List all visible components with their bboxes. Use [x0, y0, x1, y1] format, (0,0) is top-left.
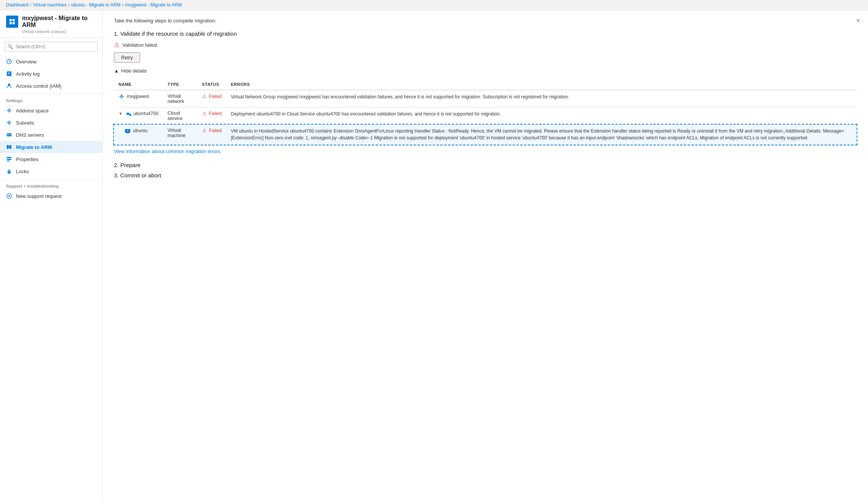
resource-title: mxyjpwest - Migrate to ARM	[6, 15, 96, 28]
status-failed-2: ⚠ Failed	[202, 111, 222, 116]
sidebar: mxyjpwest - Migrate to ARM Virtual netwo…	[0, 10, 103, 503]
search-icon: 🔍	[8, 44, 13, 49]
hide-details-chevron: ▲	[114, 68, 119, 74]
resource-icon	[6, 16, 18, 28]
cloud-icon	[125, 111, 131, 117]
svg-point-12	[8, 122, 10, 124]
breadcrumb: Dashboard › Virtual machines › ubuntu - …	[0, 0, 868, 10]
svg-rect-7	[7, 71, 11, 76]
activity-log-icon	[6, 71, 12, 77]
migrate-icon	[6, 144, 12, 150]
sidebar-item-iam[interactable]: Access control (IAM)	[0, 80, 102, 92]
svg-rect-1	[13, 19, 15, 21]
expand-arrow[interactable]: ▼	[119, 111, 123, 116]
sidebar-item-dns[interactable]: DNS servers	[0, 129, 102, 141]
migration-table: NAME TYPE STATUS ERRORS mxy	[114, 79, 857, 145]
sidebar-item-iam-label: Access control (IAM)	[16, 83, 62, 89]
svg-point-22	[9, 172, 9, 173]
sidebar-item-locks-label: Locks	[16, 169, 29, 174]
search-container: 🔍	[5, 42, 98, 52]
sidebar-header: mxyjpwest - Migrate to ARM Virtual netwo…	[0, 10, 102, 38]
status-failed-3: ⚠ Failed	[202, 128, 222, 133]
validation-failed-text: Validation failed.	[122, 42, 158, 48]
sidebar-item-migrate-label: Migrate to ARM	[16, 144, 52, 150]
search-input[interactable]	[5, 42, 98, 52]
locks-icon	[6, 168, 12, 174]
retry-button[interactable]: Retry	[114, 52, 140, 63]
status-error-icon-1: ⚠	[202, 93, 207, 99]
sidebar-item-support-label: New support request	[16, 193, 62, 199]
breadcrumb-dashboard[interactable]: Dashboard	[6, 2, 28, 8]
step2-title: 2. Prepare	[114, 162, 857, 168]
svg-rect-19	[7, 159, 11, 160]
step3-title: 3. Commit or abort	[114, 172, 857, 179]
properties-icon	[6, 156, 12, 162]
col-status: STATUS	[198, 79, 226, 90]
sidebar-item-subnets[interactable]: Subnets	[0, 117, 102, 129]
settings-section-header: Settings	[0, 93, 102, 104]
svg-rect-17	[9, 145, 11, 149]
sidebar-item-locks[interactable]: Locks	[0, 165, 102, 177]
main-content: × Take the following steps to complete m…	[103, 10, 868, 503]
svg-point-24	[8, 195, 10, 197]
vnet-icon	[119, 93, 125, 100]
svg-line-6	[9, 62, 10, 62]
col-type: TYPE	[163, 79, 198, 90]
validation-status: ⚠ Validation failed.	[114, 41, 857, 49]
subnets-icon	[6, 120, 12, 126]
sidebar-item-overview[interactable]: Overview	[0, 55, 102, 68]
view-migration-errors-link[interactable]: View information about common migration …	[114, 149, 220, 154]
svg-point-25	[121, 96, 123, 98]
sidebar-item-activity-log-label: Activity log	[16, 71, 40, 77]
svg-point-11	[8, 110, 10, 112]
close-button[interactable]: ×	[856, 16, 860, 25]
sidebar-item-migrate[interactable]: Migrate to ARM	[0, 141, 102, 153]
sidebar-item-dns-label: DNS servers	[16, 132, 44, 138]
name-cell-ubuntu: ubuntu	[125, 128, 158, 134]
dns-icon	[6, 132, 12, 138]
status-failed-1: ⚠ Failed	[202, 93, 222, 99]
intro-text: Take the following steps to complete mig…	[114, 18, 857, 24]
sidebar-item-address-space-label: Address space	[16, 108, 49, 114]
breadcrumb-current[interactable]: mxyjpwest - Migrate to ARM	[125, 2, 182, 8]
sidebar-item-address-space[interactable]: Address space	[0, 104, 102, 117]
validation-error-icon: ⚠	[114, 41, 119, 49]
col-errors: ERRORS	[226, 79, 857, 90]
address-space-icon	[6, 107, 12, 114]
status-error-icon-3: ⚠	[202, 128, 207, 133]
hide-details-label: Hide details	[121, 68, 147, 74]
breadcrumb-ubuntu-migrate[interactable]: ubuntu - Migrate to ARM	[71, 2, 120, 8]
iam-icon	[6, 83, 12, 89]
sidebar-item-support[interactable]: New support request	[0, 190, 102, 202]
svg-rect-16	[7, 145, 9, 149]
name-cell-mxyjpwest: mxyjpwest	[119, 93, 158, 100]
support-section-header: Support + troubleshooting	[0, 179, 102, 190]
step1-title: 1. Validate if the resource is capable o…	[114, 30, 857, 37]
resource-subtitle: Virtual network (classic)	[22, 29, 96, 34]
sidebar-item-properties[interactable]: Properties	[0, 153, 102, 165]
breadcrumb-virtual-machines[interactable]: Virtual machines	[33, 2, 67, 8]
svg-rect-3	[13, 22, 15, 24]
sidebar-item-subnets-label: Subnets	[16, 120, 34, 126]
sidebar-item-activity-log[interactable]: Activity log	[0, 68, 102, 80]
sidebar-item-overview-label: Overview	[16, 59, 36, 65]
svg-rect-28	[126, 133, 130, 133]
hide-details-button[interactable]: ▲ Hide details	[114, 68, 147, 74]
overview-icon	[6, 58, 12, 65]
vm-icon	[125, 128, 131, 134]
svg-rect-2	[9, 22, 12, 24]
table-row-highlighted: ubuntu Virtual machine ⚠ Failed VM ubunt…	[114, 125, 857, 145]
col-name: NAME	[114, 79, 163, 90]
name-cell-ubuntu4700: ▼ ubuntu4700	[119, 111, 158, 117]
support-icon	[6, 193, 12, 199]
svg-point-14	[8, 134, 9, 136]
svg-rect-18	[7, 157, 11, 158]
sidebar-item-properties-label: Properties	[16, 156, 38, 162]
svg-point-10	[8, 84, 10, 86]
svg-rect-0	[9, 19, 12, 21]
table-row: mxyjpwest Virtual network ⚠ Failed Virtu…	[114, 90, 857, 107]
svg-rect-20	[7, 161, 10, 161]
status-error-icon-2: ⚠	[202, 111, 207, 116]
table-row: ▼ ubuntu4700 Cloud service ⚠ Failed	[114, 107, 857, 125]
